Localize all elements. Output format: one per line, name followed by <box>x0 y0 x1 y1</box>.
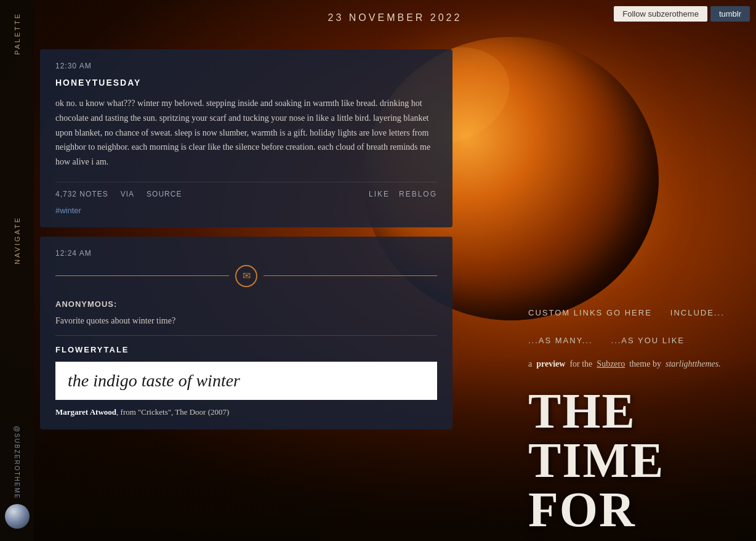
custom-link-3[interactable]: ...AS MANY... <box>528 336 593 345</box>
attribution-name: Margaret Atwood <box>55 407 116 417</box>
responder-name[interactable]: FLOWERYTALE <box>55 345 437 354</box>
sidebar-username: @SUBZEROTHEME <box>14 426 20 500</box>
post-1-meta: 4,732 NOTES VIA SOURCE <box>55 190 182 198</box>
post-2-time: 12:24 AM <box>55 249 437 258</box>
right-panel: CUSTOM LINKS GO HERE INCLUDE... ...AS MA… <box>510 296 756 541</box>
preview-bold: preview <box>536 359 565 368</box>
preview-theme: theme by <box>629 359 661 368</box>
sidebar-palette-label[interactable]: PALETTE <box>14 12 21 55</box>
preview-a: a <box>528 359 532 368</box>
quote-text: the indigo taste of winter <box>68 371 425 391</box>
custom-link-2[interactable]: INCLUDE... <box>670 308 725 317</box>
post-1-notes: 4,732 NOTES <box>55 190 108 198</box>
left-sidebar: PALETTE NAVIGATE @SUBZEROTHEME <box>0 0 34 541</box>
ask-divider: ✉ <box>55 265 437 287</box>
anon-label: ANONYMOUS: <box>55 299 437 309</box>
ask-line-right <box>263 275 437 276</box>
envelope-icon: ✉ <box>235 265 257 287</box>
ask-line-left <box>55 275 229 276</box>
ask-question: Favorite quotes about winter time? <box>55 316 437 336</box>
hero-title-line1: THE TIME <box>528 386 738 485</box>
posts-column: 12:30 AM HONEYTUESDAY ok no. u know what… <box>40 49 452 439</box>
post-1-footer: 4,732 NOTES VIA SOURCE LIKE REBLOG <box>55 182 437 198</box>
post-card-2: 12:24 AM ✉ ANONYMOUS: Favorite quotes ab… <box>40 237 452 429</box>
post-1-text: ok no. u know what??? winter my beloved.… <box>55 96 437 169</box>
sidebar-navigate-label[interactable]: NAVIGATE <box>14 216 21 264</box>
post-1-time: 12:30 AM <box>55 62 437 70</box>
post-1-source[interactable]: SOURCE <box>147 190 182 198</box>
attribution-rest: , from "Crickets", The Door (2007) <box>116 407 229 417</box>
post-1-via[interactable]: VIA <box>121 190 134 198</box>
hero-title: THE TIME FOR HOME <box>528 386 738 541</box>
subzero-link[interactable]: Subzero <box>597 359 625 368</box>
top-buttons: Follow subzerotheme tumblr <box>614 6 750 22</box>
custom-link-4[interactable]: ...AS YOU LIKE <box>611 336 685 345</box>
tumblr-button[interactable]: tumblr <box>710 6 750 22</box>
post-card-1: 12:30 AM HONEYTUESDAY ok no. u know what… <box>40 49 452 227</box>
main-content: 23 NOVEMBER 2022 12:30 AM HONEYTUESDAY o… <box>34 0 756 541</box>
post-1-actions: LIKE REBLOG <box>369 190 437 198</box>
follow-button[interactable]: Follow subzerotheme <box>614 6 707 22</box>
preview-for: for the <box>569 359 592 368</box>
hero-title-line2: FOR HOME <box>528 485 738 541</box>
post-1-like[interactable]: LIKE <box>369 190 390 198</box>
custom-link-1[interactable]: CUSTOM LINKS GO HERE <box>528 308 652 317</box>
preview-author: starlightthemes. <box>666 359 721 368</box>
post-1-author[interactable]: HONEYTUESDAY <box>55 78 437 87</box>
post-1-tag[interactable]: #winter <box>55 206 437 215</box>
quote-image-box: the indigo taste of winter <box>55 362 437 400</box>
avatar[interactable] <box>5 504 30 529</box>
post-1-reblog[interactable]: REBLOG <box>399 190 437 198</box>
preview-text: a preview for the Subzero theme by starl… <box>528 357 738 371</box>
quote-attribution: Margaret Atwood, from "Crickets", The Do… <box>55 407 437 417</box>
custom-links: CUSTOM LINKS GO HERE INCLUDE... ...AS MA… <box>528 308 738 345</box>
